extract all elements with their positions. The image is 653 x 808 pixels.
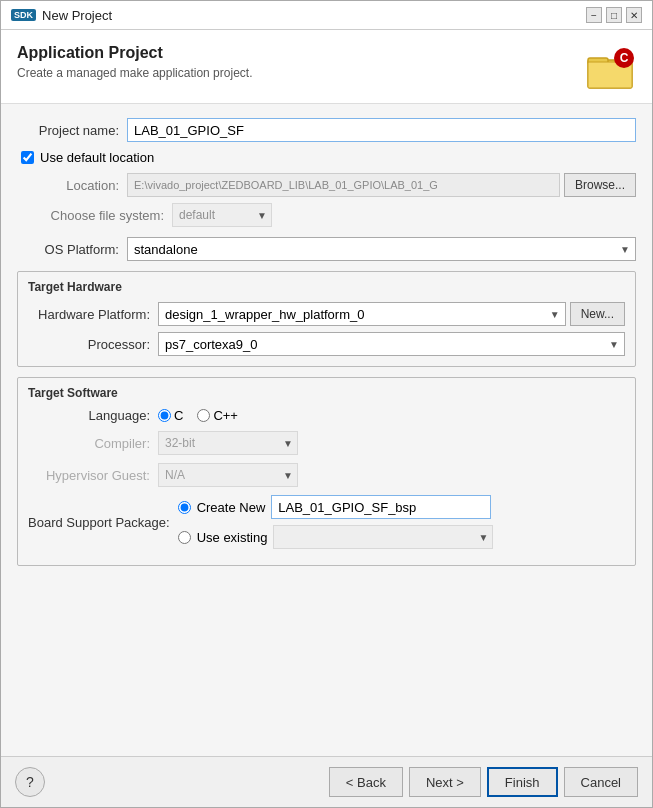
bsp-row: Board Support Package: Create New Use ex… [28,495,625,549]
lang-c-option[interactable]: C [158,408,183,423]
hardware-platform-select[interactable]: design_1_wrapper_hw_platform_0 [158,302,566,326]
help-button[interactable]: ? [15,767,45,797]
hypervisor-select-wrapper: N/A ▼ [158,463,298,487]
new-hardware-button[interactable]: New... [570,302,625,326]
svg-text:C: C [620,51,629,65]
use-default-location-row: Use default location [17,150,636,165]
language-row: Language: C C++ [28,408,625,423]
dialog-window: SDK New Project − □ ✕ Application Projec… [0,0,653,808]
next-button[interactable]: Next > [409,767,481,797]
os-platform-label: OS Platform: [17,242,127,257]
bsp-existing-select-wrapper: ▼ [273,525,493,549]
location-label: Location: [17,178,127,193]
bsp-existing-select [273,525,493,549]
bsp-use-existing-radio[interactable] [178,531,191,544]
language-label: Language: [28,408,158,423]
os-platform-select[interactable]: standalone [127,237,636,261]
lang-cpp-radio[interactable] [197,409,210,422]
bsp-radio-section: Create New Use existing ▼ [178,495,494,549]
lang-c-radio[interactable] [158,409,171,422]
header-section: Application Project Create a managed mak… [1,30,652,104]
compiler-row: Compiler: 32-bit ▼ [28,431,625,455]
browse-button[interactable]: Browse... [564,173,636,197]
os-platform-select-wrapper: standalone ▼ [127,237,636,261]
window-title: New Project [42,8,112,23]
bsp-label: Board Support Package: [28,515,178,530]
location-row: Location: Browse... [17,173,636,197]
header-text: Application Project Create a managed mak… [17,44,252,80]
project-name-row: Project name: [17,118,636,142]
processor-row: Processor: ps7_cortexa9_0 ▼ [28,332,625,356]
page-title: Application Project [17,44,252,62]
bsp-create-new-option: Create New [178,495,494,519]
bsp-use-existing-label[interactable]: Use existing [197,530,268,545]
folder-icon: C [586,48,636,93]
lang-cpp-option[interactable]: C++ [197,408,238,423]
bsp-create-new-radio[interactable] [178,501,191,514]
processor-label: Processor: [28,337,158,352]
target-hardware-title: Target Hardware [28,280,625,294]
project-name-input[interactable] [127,118,636,142]
target-software-title: Target Software [28,386,625,400]
footer-buttons: < Back Next > Finish Cancel [329,767,638,797]
title-controls: − □ ✕ [586,7,642,23]
target-software-group: Target Software Language: C C++ Com [17,377,636,566]
filesystem-row: Choose file system: default ▼ [17,203,636,227]
finish-button[interactable]: Finish [487,767,558,797]
sdk-badge: SDK [11,9,36,21]
processor-select[interactable]: ps7_cortexa9_0 [158,332,625,356]
bsp-name-input[interactable] [271,495,491,519]
filesystem-select: default [172,203,272,227]
title-bar: SDK New Project − □ ✕ [1,1,652,30]
footer: ? < Back Next > Finish Cancel [1,756,652,807]
content-area: Project name: Use default location Locat… [1,104,652,756]
cancel-button[interactable]: Cancel [564,767,638,797]
project-name-label: Project name: [17,123,127,138]
compiler-label: Compiler: [28,436,158,451]
maximize-button[interactable]: □ [606,7,622,23]
target-hardware-group: Target Hardware Hardware Platform: desig… [17,271,636,367]
minimize-button[interactable]: − [586,7,602,23]
location-input [127,173,560,197]
compiler-select: 32-bit [158,431,298,455]
hypervisor-select: N/A [158,463,298,487]
title-bar-left: SDK New Project [11,8,112,23]
close-button[interactable]: ✕ [626,7,642,23]
hardware-platform-row: Hardware Platform: design_1_wrapper_hw_p… [28,302,625,326]
filesystem-select-wrapper: default ▼ [172,203,272,227]
language-radio-group: C C++ [158,408,238,423]
use-default-location-checkbox[interactable] [21,151,34,164]
bsp-use-existing-option: Use existing ▼ [178,525,494,549]
hardware-platform-label: Hardware Platform: [28,307,158,322]
use-default-location-label[interactable]: Use default location [40,150,154,165]
compiler-select-wrapper: 32-bit ▼ [158,431,298,455]
processor-select-wrapper: ps7_cortexa9_0 ▼ [158,332,625,356]
os-platform-row: OS Platform: standalone ▼ [17,237,636,261]
back-button[interactable]: < Back [329,767,403,797]
hypervisor-row: Hypervisor Guest: N/A ▼ [28,463,625,487]
page-subtitle: Create a managed make application projec… [17,66,252,80]
bsp-create-new-label[interactable]: Create New [197,500,266,515]
hypervisor-label: Hypervisor Guest: [28,468,158,483]
lang-cpp-label: C++ [213,408,238,423]
hardware-platform-select-wrapper: design_1_wrapper_hw_platform_0 ▼ [158,302,566,326]
lang-c-label: C [174,408,183,423]
choose-fs-label: Choose file system: [17,208,172,223]
